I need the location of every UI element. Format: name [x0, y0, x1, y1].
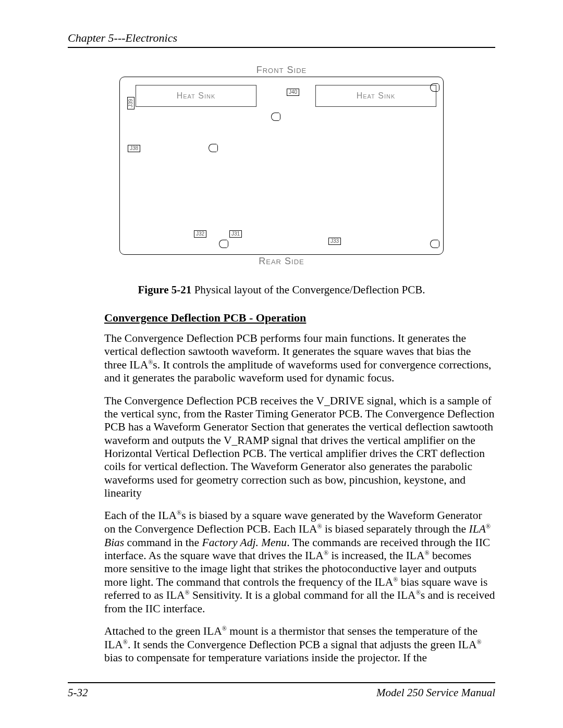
paragraph-3: Each of the ILA®s is biased by a square … — [68, 509, 495, 615]
connector-j39: J39 — [127, 97, 134, 109]
rear-side-label: Rear Side — [259, 256, 304, 267]
manual-title: Model 250 Service Manual — [376, 686, 495, 699]
connector-j33: J33 — [328, 238, 341, 245]
section-title: Convergence Deflection PCB - Operation — [68, 311, 495, 325]
paragraph-1: The Convergence Deflection PCB performs … — [68, 332, 495, 385]
page-number: 5-32 — [68, 686, 88, 699]
heat-sink-left: Heat Sink — [136, 85, 256, 107]
chapter-header: Chapter 5---Electronics — [68, 31, 495, 45]
registered-icon: ® — [486, 523, 491, 530]
figure-caption: Figure 5-21 Physical layout of the Conve… — [68, 283, 495, 297]
caption-bold: Figure 5-21 — [138, 283, 192, 296]
registered-icon: ® — [476, 638, 481, 646]
registered-icon: ® — [177, 509, 181, 516]
mark-icon — [209, 144, 216, 152]
registered-icon: ® — [317, 523, 322, 530]
registered-icon: ® — [148, 359, 153, 366]
mark-icon — [430, 83, 438, 92]
mark-icon — [430, 240, 438, 248]
registered-icon: ® — [324, 549, 328, 557]
page-footer: 5-32 Model 250 Service Manual — [68, 682, 495, 699]
registered-icon: ® — [425, 549, 430, 557]
mark-icon — [219, 240, 227, 248]
registered-icon: ® — [222, 625, 227, 632]
caption-text: Physical layout of the Convergence/Defle… — [191, 283, 425, 296]
registered-icon: ® — [123, 638, 128, 646]
registered-icon: ® — [416, 589, 421, 596]
page: Chapter 5---Electronics Front Side Heat … — [0, 0, 563, 728]
footer-rule — [68, 682, 495, 683]
mark-icon — [271, 113, 279, 121]
front-side-label: Front Side — [256, 65, 307, 76]
header-rule — [68, 47, 495, 48]
connector-j31: J31 — [229, 230, 242, 238]
registered-icon: ® — [185, 589, 190, 596]
paragraph-4: Attached to the green ILA® mount is a th… — [68, 625, 495, 664]
heat-sink-right: Heat Sink — [315, 85, 436, 107]
connector-j38: J38 — [128, 145, 140, 152]
pcb-outline: Heat Sink Heat Sink J39 J40 J38 J32 J31 … — [119, 77, 444, 255]
figure-5-21: Front Side Heat Sink Heat Sink J39 J40 J… — [68, 64, 495, 268]
connector-j32: J32 — [194, 230, 206, 238]
paragraph-2: The Convergence Deflection PCB receives … — [68, 394, 495, 500]
connector-j40: J40 — [287, 89, 299, 96]
